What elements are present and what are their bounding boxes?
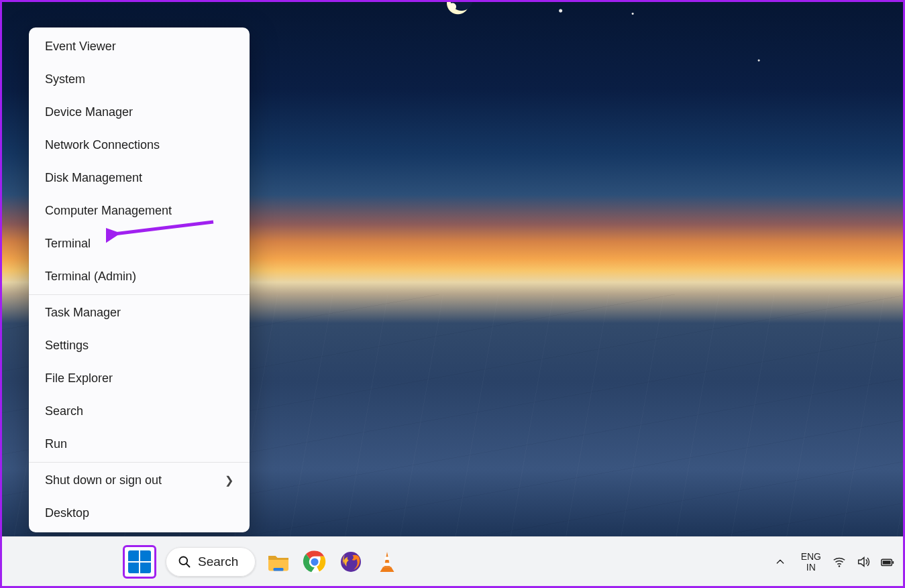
menu-label: Computer Management	[45, 204, 172, 218]
chrome-icon	[303, 550, 327, 574]
menu-system[interactable]: System	[29, 63, 250, 96]
power-user-menu: Event Viewer System Device Manager Netwo…	[29, 27, 250, 532]
windows-logo-icon	[128, 550, 151, 573]
svg-rect-11	[883, 561, 891, 565]
menu-label: Disk Management	[45, 171, 142, 185]
menu-separator	[29, 294, 250, 295]
menu-run[interactable]: Run	[29, 428, 250, 461]
taskbar-app-vlc[interactable]	[374, 548, 401, 575]
menu-shutdown-signout[interactable]: Shut down or sign out ❯	[29, 464, 250, 497]
chevron-up-icon	[775, 556, 786, 567]
speaker-icon[interactable]	[856, 554, 871, 569]
folder-icon	[266, 550, 290, 574]
language-secondary: IN	[801, 562, 821, 573]
menu-desktop[interactable]: Desktop	[29, 497, 250, 530]
menu-terminal-admin[interactable]: Terminal (Admin)	[29, 260, 250, 293]
menu-label: Settings	[45, 339, 89, 353]
menu-label: Shut down or sign out	[45, 473, 162, 487]
menu-label: System	[45, 72, 85, 86]
taskbar-app-firefox[interactable]	[337, 548, 364, 575]
menu-label: Run	[45, 437, 67, 451]
menu-search[interactable]: Search	[29, 395, 250, 428]
menu-computer-management[interactable]: Computer Management	[29, 194, 250, 227]
vlc-icon	[375, 550, 399, 574]
language-indicator[interactable]: ENG IN	[801, 551, 821, 573]
battery-icon[interactable]	[880, 554, 895, 569]
system-tray: ENG IN	[770, 537, 895, 586]
menu-label: Task Manager	[45, 306, 121, 320]
taskbar-app-chrome[interactable]	[301, 548, 328, 575]
svg-line-2	[187, 563, 190, 567]
search-icon	[178, 555, 191, 569]
taskbar-search[interactable]: Search	[166, 547, 256, 577]
menu-device-manager[interactable]: Device Manager	[29, 96, 250, 129]
menu-network-connections[interactable]: Network Connections	[29, 129, 250, 162]
menu-label: Network Connections	[45, 138, 160, 152]
svg-rect-3	[274, 568, 284, 571]
menu-event-viewer[interactable]: Event Viewer	[29, 30, 250, 63]
svg-point-8	[839, 565, 841, 567]
menu-label: Terminal	[45, 237, 91, 251]
menu-file-explorer[interactable]: File Explorer	[29, 362, 250, 395]
menu-label: Terminal (Admin)	[45, 270, 136, 284]
start-button[interactable]	[123, 545, 156, 579]
menu-label: Search	[45, 404, 83, 418]
tray-overflow-button[interactable]	[770, 552, 790, 572]
taskbar: Search ENG IN	[2, 536, 903, 586]
firefox-icon	[339, 550, 363, 574]
search-label: Search	[198, 554, 238, 569]
menu-separator	[29, 462, 250, 463]
language-primary: ENG	[801, 551, 821, 562]
menu-label: Event Viewer	[45, 40, 116, 54]
chevron-right-icon: ❯	[225, 474, 233, 487]
menu-label: Device Manager	[45, 105, 133, 119]
menu-label: File Explorer	[45, 371, 113, 386]
wifi-icon[interactable]	[832, 554, 847, 569]
menu-task-manager[interactable]: Task Manager	[29, 296, 250, 329]
menu-settings[interactable]: Settings	[29, 329, 250, 362]
svg-rect-10	[892, 561, 894, 564]
menu-label: Desktop	[45, 506, 89, 520]
menu-terminal[interactable]: Terminal	[29, 227, 250, 260]
menu-disk-management[interactable]: Disk Management	[29, 162, 250, 194]
taskbar-app-file-explorer[interactable]	[265, 548, 292, 575]
